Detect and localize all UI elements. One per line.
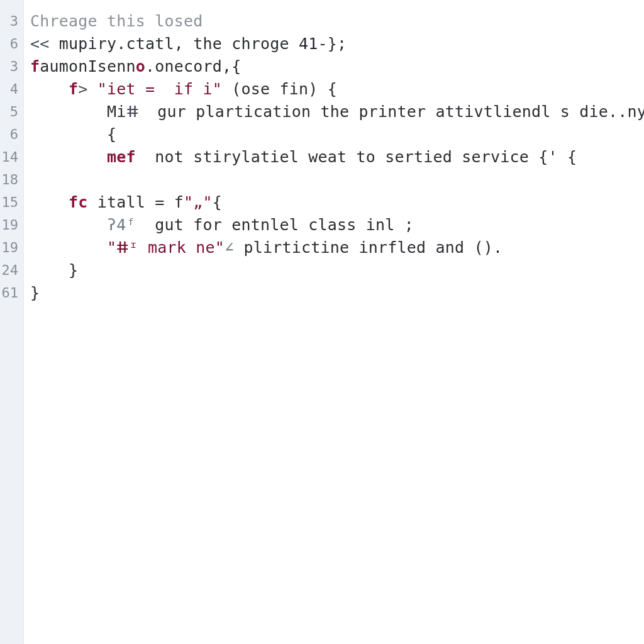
code-token: f [30,57,40,75]
line-number: 19 [0,236,23,259]
code-editor[interactable]: 36345614181519192461 Chreage this losed<… [0,0,644,644]
code-token [30,125,107,143]
line-number: 3 [0,10,23,33]
code-token: itall = f [88,193,184,211]
code-token: > [78,80,97,98]
line-number: 6 [0,33,23,55]
code-token: } [30,284,40,302]
line-number: 14 [0,146,23,169]
code-token: gur plartication the printer attivtliend… [157,103,644,121]
code-token: { [107,125,116,143]
code-token: fc [69,193,88,211]
code-line[interactable]: fc itall = f"„"{ [30,191,644,214]
line-number: 5 [0,101,23,123]
code-token: gut for entnlel class inl ; [155,216,414,234]
line-number: 4 [0,78,23,101]
code-token: (ose fin) [222,80,328,98]
code-token: , [174,35,194,53]
code-token: << [30,35,59,53]
code-token: {' { [538,148,577,166]
code-line[interactable]: } [30,259,644,282]
code-token: } [69,261,78,279]
code-token: , [222,57,231,75]
code-token: 41 [299,35,318,53]
code-line[interactable]: "ⵌᶦ mark ne"∠ plirtictine inrfled and ()… [30,236,644,259]
code-token [30,170,40,189]
code-line[interactable]: Chreage this losed [30,10,644,33]
code-token: "„" [184,193,213,211]
code-token: plirtictine inrfled and (). [244,238,503,257]
code-token: not stirylatiel weat to sertied service [136,148,539,166]
code-line[interactable]: Miⵌ gur plartication the printer attivtl… [30,101,644,123]
code-token [30,148,107,166]
code-token: o [136,57,145,75]
code-line[interactable]: ʔ4ᶠ gut for entnlel class inl ; [30,214,644,236]
code-token: ⵌ [126,103,158,121]
code-area[interactable]: Chreage this losed<< mupiry.ctatl, the c… [24,0,644,644]
line-number: 24 [0,259,23,282]
line-number: 18 [0,169,23,191]
line-number-gutter: 36345614181519192461 [0,0,24,644]
code-token [30,193,69,211]
code-token: Mi [30,103,126,121]
code-token: ctatl [126,35,174,53]
line-number: 61 [0,282,23,304]
code-token: { [328,80,337,98]
code-token: mef [107,148,136,166]
code-token: { [213,193,222,211]
line-number: 19 [0,214,23,236]
code-token: aumonIsenn [40,57,136,75]
line-number: 3 [0,55,23,78]
code-token: mupiry [59,35,117,53]
code-line[interactable]: f> "iet = if i" (ose fin) { [30,78,644,101]
code-token: Chreage this losed [30,12,203,30]
code-token: . [145,57,155,75]
code-token: "iet = if i" [97,80,222,98]
code-token [30,261,69,279]
line-number: 15 [0,191,23,214]
code-token: onecord [155,57,222,75]
code-line[interactable] [30,169,644,191]
code-line[interactable]: { [30,123,644,146]
code-token: ∠ [225,238,244,257]
code-line[interactable]: faumonIsenno.onecord,{ [30,55,644,78]
code-token: ʔ4ᶠ [107,216,155,234]
code-token: . [116,35,126,53]
code-line[interactable]: << mupiry.ctatl, the chroge 41-}; [30,33,644,55]
code-line[interactable]: mef not stirylatiel weat to sertied serv… [30,146,644,169]
code-line[interactable]: } [30,282,644,304]
code-token [30,238,107,257]
code-token: { [231,57,241,75]
code-token: -}; [318,35,347,53]
code-token [30,216,107,234]
code-token: "ⵌᶦ mark ne" [107,238,225,257]
code-token [30,80,69,98]
code-token: the chroge [193,35,299,53]
line-number: 6 [0,123,23,146]
code-token: f [69,80,78,98]
